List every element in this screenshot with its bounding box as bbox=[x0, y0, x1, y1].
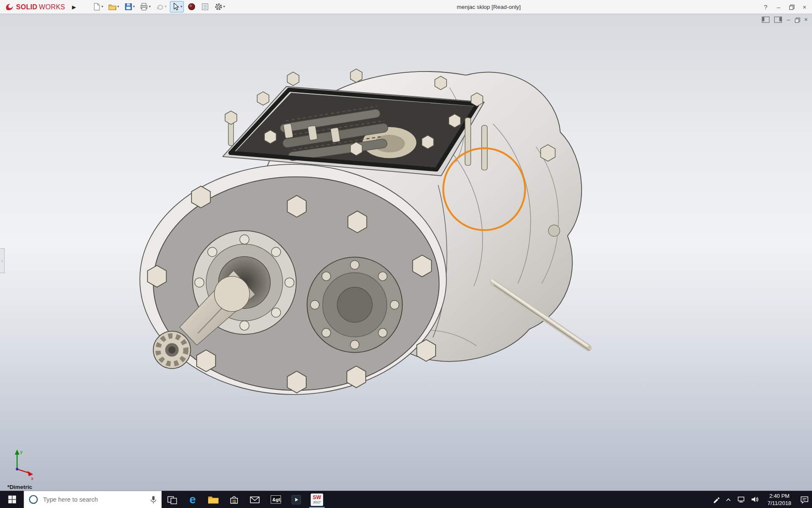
file-explorer-icon bbox=[208, 495, 219, 504]
collapsed-panel-tab[interactable]: ‹ bbox=[0, 248, 5, 273]
menu-expand-arrow[interactable]: ▶ bbox=[70, 4, 77, 9]
windows-ink-icon[interactable] bbox=[713, 496, 720, 503]
solidworks-window: SOLIDWORKS ▶ ▾ ▾ ▾ bbox=[0, 0, 812, 508]
restore-button[interactable] bbox=[785, 0, 798, 14]
spline-coupler bbox=[153, 331, 190, 368]
movies-app-button[interactable] bbox=[286, 491, 307, 508]
save-button[interactable]: ▾ bbox=[123, 1, 136, 12]
command-prompt-button[interactable]: &gt;_ bbox=[265, 491, 286, 508]
save-floppy-icon bbox=[124, 3, 133, 11]
doc-minimize-button[interactable]: – bbox=[787, 17, 790, 22]
pane-right-icon[interactable] bbox=[774, 17, 782, 23]
doc-close-button[interactable]: × bbox=[804, 17, 808, 22]
microphone-icon[interactable] bbox=[150, 495, 156, 504]
solidworks-logo: SOLIDWORKS bbox=[0, 3, 65, 11]
minimize-button[interactable]: – bbox=[772, 0, 785, 14]
dropdown-caret[interactable]: ▾ bbox=[102, 5, 103, 9]
quick-toolbar: ▾ ▾ ▾ ▾ bbox=[91, 1, 226, 12]
triad-x-label: x bbox=[31, 476, 33, 481]
search-input[interactable] bbox=[42, 495, 145, 504]
close-button[interactable]: × bbox=[798, 0, 811, 14]
window-controls: ? – × bbox=[759, 0, 811, 14]
store-button[interactable] bbox=[224, 491, 244, 508]
document-options-button[interactable] bbox=[199, 1, 211, 12]
undo-icon bbox=[156, 3, 164, 11]
print-button[interactable]: ▾ bbox=[138, 1, 152, 12]
pane-left-icon[interactable] bbox=[762, 17, 770, 23]
triad-y-label: y bbox=[20, 449, 23, 454]
select-tool-button[interactable]: ▾ bbox=[170, 1, 184, 12]
window-title: menjac sklop [Read-only] bbox=[457, 0, 521, 14]
drain-plug[interactable] bbox=[549, 225, 560, 236]
solidworks-2017-icon: SW 2017 bbox=[311, 493, 323, 505]
mail-icon bbox=[250, 495, 260, 504]
open-document-button[interactable]: ▾ bbox=[107, 1, 121, 12]
brand-text-solid: SOLID bbox=[16, 3, 37, 11]
dropdown-caret[interactable]: ▾ bbox=[117, 5, 119, 9]
open-folder-icon bbox=[108, 3, 117, 11]
speaker-icon[interactable] bbox=[750, 496, 759, 503]
movies-app-icon bbox=[291, 494, 301, 505]
windows-logo-icon bbox=[8, 496, 16, 503]
settings-gear-icon bbox=[214, 3, 223, 11]
restore-icon bbox=[789, 5, 794, 9]
dropdown-caret[interactable]: ▾ bbox=[133, 5, 135, 9]
brand-text-works: WORKS bbox=[39, 3, 65, 11]
command-prompt-icon: &gt;_ bbox=[270, 495, 281, 504]
taskbar-clock[interactable]: 2:40 PM 7/11/2018 bbox=[764, 493, 795, 506]
undo-button[interactable]: ▾ bbox=[154, 1, 168, 12]
hidden-icons-chevron[interactable] bbox=[725, 497, 732, 502]
dropdown-caret[interactable]: ▾ bbox=[149, 5, 151, 9]
document-lines-icon bbox=[201, 3, 209, 11]
sw-badge-year: 2017 bbox=[313, 500, 321, 504]
new-document-button[interactable]: ▾ bbox=[91, 1, 104, 12]
appearance-sphere-icon bbox=[187, 3, 196, 11]
clock-time: 2:40 PM bbox=[764, 493, 795, 500]
prompt-glyph: &gt;_ bbox=[272, 497, 281, 502]
settings-button[interactable]: ▾ bbox=[213, 1, 226, 12]
action-center-icon[interactable] bbox=[800, 495, 809, 504]
windows-taskbar: e &gt;_ bbox=[0, 491, 812, 508]
dropdown-caret[interactable]: ▾ bbox=[223, 5, 225, 9]
titlebar: SOLIDWORKS ▶ ▾ ▾ ▾ bbox=[0, 0, 812, 14]
model-gearbox-assembly[interactable]: y x bbox=[0, 14, 812, 491]
edge-icon: e bbox=[189, 494, 196, 505]
select-cursor-icon bbox=[172, 3, 180, 11]
taskbar-search[interactable] bbox=[24, 491, 162, 508]
secondary-cover[interactable] bbox=[307, 257, 402, 352]
network-icon[interactable] bbox=[737, 496, 745, 503]
task-view-button[interactable] bbox=[162, 491, 182, 508]
document-window-controls: – × bbox=[762, 17, 808, 23]
task-view-icon bbox=[167, 495, 177, 504]
cortana-icon bbox=[29, 495, 38, 504]
print-icon bbox=[140, 3, 148, 11]
store-icon bbox=[229, 494, 239, 505]
solidworks-taskbar-button[interactable]: SW 2017 bbox=[307, 491, 327, 508]
dropdown-caret[interactable]: ▾ bbox=[165, 5, 166, 9]
ds-swirl-icon bbox=[4, 3, 14, 11]
dropdown-caret[interactable]: ▾ bbox=[181, 5, 182, 9]
view-orientation-label: *Dimetric bbox=[7, 483, 32, 490]
clock-date: 7/11/2018 bbox=[764, 500, 795, 506]
doc-restore-button[interactable] bbox=[795, 17, 800, 22]
appearance-button[interactable] bbox=[186, 1, 198, 12]
system-tray: 2:40 PM 7/11/2018 bbox=[713, 493, 812, 506]
start-button[interactable] bbox=[0, 491, 24, 508]
edge-button[interactable]: e bbox=[182, 491, 203, 508]
file-explorer-button[interactable] bbox=[203, 491, 224, 508]
graphics-viewport[interactable]: – × ‹ bbox=[0, 14, 812, 491]
new-document-icon bbox=[93, 3, 101, 11]
mail-button[interactable] bbox=[244, 491, 265, 508]
sw-badge-text: SW bbox=[313, 495, 321, 500]
orientation-triad: y x bbox=[15, 449, 34, 480]
help-button[interactable]: ? bbox=[759, 0, 772, 14]
